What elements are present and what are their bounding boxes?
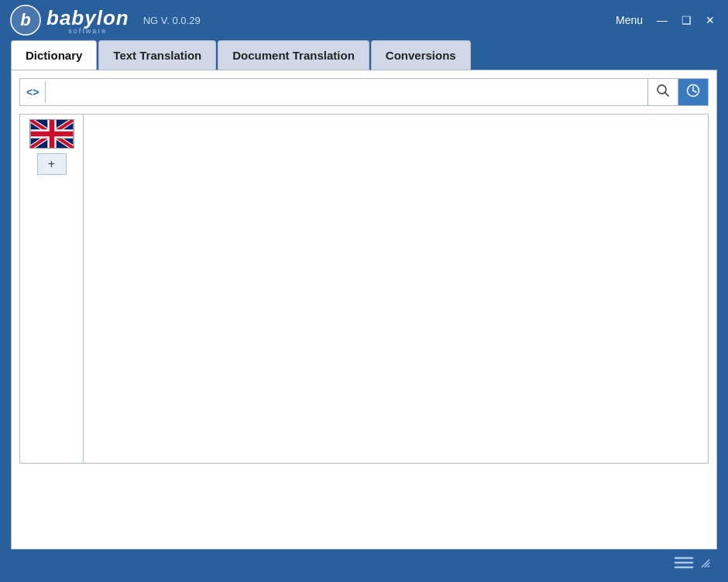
search-icon xyxy=(656,84,670,98)
title-bar: b babylon software NG V. 0.0.29 Menu — ❑… xyxy=(0,0,728,40)
tab-dictionary[interactable]: Dictionary xyxy=(11,40,97,70)
resize-handle-icon[interactable] xyxy=(699,556,711,569)
logo-brand: babylon xyxy=(46,6,129,29)
search-button[interactable] xyxy=(647,79,678,105)
close-button[interactable]: ✕ xyxy=(702,12,719,28)
clock-icon xyxy=(686,84,700,98)
title-bar-right: Menu — ❑ ✕ xyxy=(612,12,719,28)
dict-sidebar: + xyxy=(20,115,84,463)
minimize-button[interactable]: — xyxy=(653,12,671,28)
svg-line-22 xyxy=(708,566,709,567)
language-flag-uk[interactable] xyxy=(29,119,74,149)
logo-text-container: babylon software xyxy=(46,6,129,35)
tab-bar: Dictionary Text Translation Document Tra… xyxy=(11,40,717,70)
dictionary-area: + xyxy=(19,114,709,464)
content-area: <> xyxy=(11,70,717,549)
main-container: Dictionary Text Translation Document Tra… xyxy=(0,40,728,582)
dict-content xyxy=(84,115,708,463)
menu-button[interactable]: Menu xyxy=(612,12,647,28)
search-arrows-button[interactable]: <> xyxy=(20,81,46,103)
add-source-button[interactable]: + xyxy=(37,153,67,175)
title-bar-left: b babylon software NG V. 0.0.29 xyxy=(9,4,201,36)
search-input[interactable] xyxy=(46,81,647,104)
menu-lines-icon[interactable] xyxy=(674,554,694,571)
uk-flag-svg xyxy=(30,120,74,148)
tab-conversions[interactable]: Conversions xyxy=(371,40,471,70)
svg-text:b: b xyxy=(20,10,30,29)
svg-line-7 xyxy=(693,91,696,92)
history-button[interactable] xyxy=(678,79,708,105)
version-label: NG V. 0.0.29 xyxy=(143,15,201,26)
svg-line-4 xyxy=(665,93,669,97)
bottom-bar xyxy=(11,549,717,571)
tab-document-translation[interactable]: Document Translation xyxy=(218,40,369,70)
tab-text-translation[interactable]: Text Translation xyxy=(98,40,216,70)
search-bar: <> xyxy=(19,78,709,106)
svg-rect-16 xyxy=(30,132,73,137)
maximize-button[interactable]: ❑ xyxy=(678,12,695,28)
logo-icon: b xyxy=(9,4,42,36)
logo: b babylon software xyxy=(9,4,129,36)
